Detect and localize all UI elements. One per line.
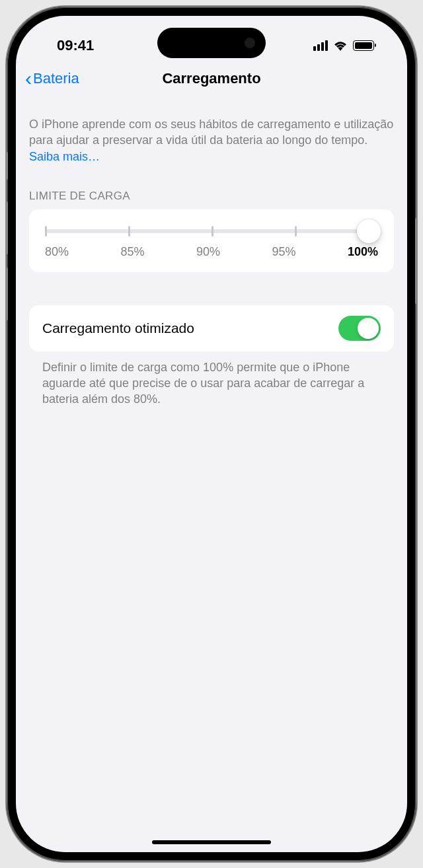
learn-more-link[interactable]: Saiba mais…	[29, 150, 100, 163]
slider-thumb[interactable]	[357, 219, 381, 243]
navigation-bar: ‹ Bateria Carregamento	[16, 59, 407, 98]
page-title: Carregamento	[162, 70, 260, 87]
toggle-knob	[358, 318, 379, 339]
slider-label-85: 85%	[120, 245, 144, 259]
power-button[interactable]	[415, 218, 418, 304]
battery-icon	[353, 40, 374, 51]
slider-label-80: 80%	[45, 245, 69, 259]
slider-label-95: 95%	[272, 245, 295, 259]
optimized-charging-label: Carregamento otimizado	[42, 320, 194, 336]
screen: 09:41 ‹ Bateria Carregamento O iPho	[16, 16, 407, 852]
back-label: Bateria	[33, 70, 79, 87]
footer-description: Definir o limite de carga como 100% perm…	[16, 351, 407, 408]
optimized-charging-toggle[interactable]	[338, 316, 381, 341]
charge-limit-card: 80% 85% 90% 95% 100%	[29, 209, 394, 272]
back-button[interactable]: ‹ Bateria	[25, 69, 79, 89]
optimized-charging-row: Carregamento otimizado	[29, 305, 394, 351]
volume-down-button[interactable]	[5, 268, 8, 320]
status-icons	[313, 40, 374, 51]
slider-label-100: 100%	[348, 245, 378, 259]
status-time: 09:41	[57, 37, 94, 54]
chevron-left-icon: ‹	[25, 69, 32, 89]
charge-limit-slider[interactable]	[45, 229, 378, 233]
home-indicator[interactable]	[152, 840, 271, 844]
wifi-icon	[333, 40, 348, 51]
slider-label-90: 90%	[196, 245, 220, 259]
description-text: O iPhone aprende com os seus hábitos de …	[16, 98, 407, 164]
charge-limit-header: LIMITE DE CARGA	[16, 164, 407, 209]
dynamic-island	[157, 28, 266, 58]
slider-labels: 80% 85% 90% 95% 100%	[45, 245, 378, 259]
volume-up-button[interactable]	[5, 201, 8, 254]
device-frame: 09:41 ‹ Bateria Carregamento O iPho	[7, 7, 416, 861]
cellular-signal-icon	[313, 40, 328, 51]
silent-switch[interactable]	[5, 152, 8, 180]
